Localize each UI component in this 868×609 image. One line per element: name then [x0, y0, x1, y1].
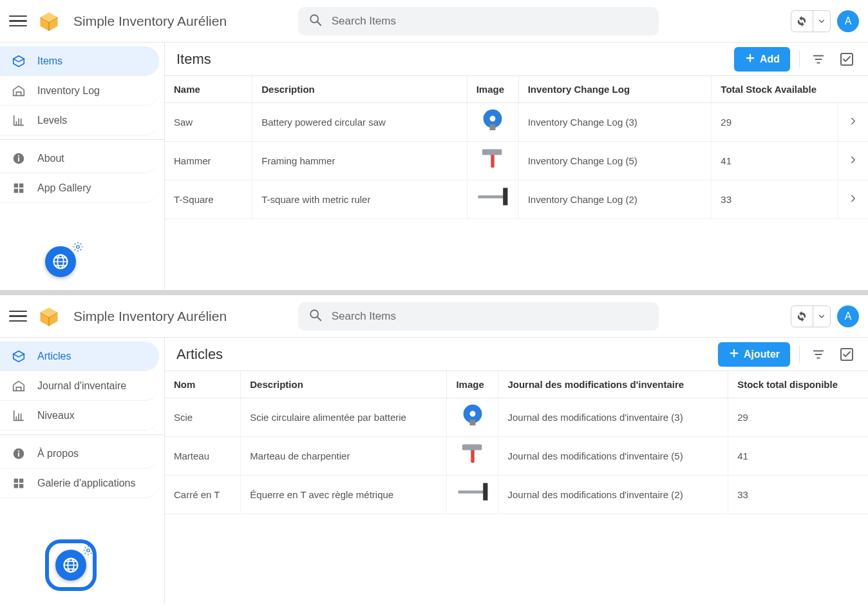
sidebar-item-label: App Gallery: [37, 182, 91, 194]
cell-name: Carré en T: [165, 476, 241, 514]
divider: [799, 50, 800, 68]
select-mode-button[interactable]: [837, 50, 856, 69]
row-chevron-icon[interactable]: [847, 195, 859, 206]
sidebar-item-warehouse[interactable]: Inventory Log: [0, 76, 159, 106]
chart-icon: [12, 409, 26, 423]
tool-image-saw: [453, 401, 492, 428]
col-changelog[interactable]: Journal des modifications d'inventaire: [498, 371, 728, 398]
cell-description: Scie circulaire alimentée par batterie: [241, 398, 447, 437]
table-row[interactable]: Hammer Framing hammer Inventory Change L…: [165, 142, 868, 180]
sync-button[interactable]: [791, 11, 813, 32]
menu-toggle[interactable]: [9, 307, 27, 325]
col-image[interactable]: Image: [467, 76, 518, 103]
tool-image-tsquare: [473, 183, 512, 210]
sync-button[interactable]: [791, 306, 813, 327]
sidebar-item-label: Galerie d'applications: [37, 478, 135, 489]
row-chevron-icon[interactable]: [847, 118, 859, 129]
sidebar-item-info[interactable]: À propos: [0, 439, 159, 469]
cell-description: Battery powered circular saw: [252, 103, 467, 142]
sidebar-item-label: Niveaux: [37, 410, 75, 421]
menu-toggle[interactable]: [9, 12, 27, 30]
sidebar-item-grid[interactable]: Galerie d'applications: [0, 469, 159, 498]
user-avatar[interactable]: A: [837, 305, 859, 327]
cell-description: Framing hammer: [252, 142, 467, 180]
boxes-icon: [12, 54, 26, 68]
cell-changelog[interactable]: Inventory Change Log (2): [518, 180, 712, 219]
table-row[interactable]: Scie Scie circulaire alimentée par batte…: [165, 398, 868, 437]
language-settings-button[interactable]: [45, 246, 76, 277]
cell-name: T-Square: [165, 180, 252, 219]
row-chevron-icon[interactable]: [847, 157, 859, 168]
warehouse-icon: [12, 84, 26, 98]
boxes-icon: [12, 349, 26, 363]
sidebar-item-label: About: [37, 153, 64, 164]
col-name[interactable]: Nom: [165, 371, 241, 398]
add-button[interactable]: Add: [734, 47, 790, 72]
sidebar-item-chart[interactable]: Levels: [0, 106, 159, 135]
sidebar-item-grid[interactable]: App Gallery: [0, 173, 159, 203]
col-name[interactable]: Name: [165, 76, 252, 103]
col-description[interactable]: Description: [241, 371, 447, 398]
add-button-label: Add: [760, 53, 780, 65]
sidebar-item-boxes[interactable]: Items: [0, 46, 159, 76]
sidebar-item-warehouse[interactable]: Journal d'inventaire: [0, 371, 159, 401]
items-table: Name Description Image Inventory Change …: [165, 76, 868, 219]
cell-stock: 29: [712, 103, 838, 142]
sync-button-group: [791, 305, 831, 327]
cell-changelog[interactable]: Inventory Change Log (3): [518, 103, 712, 142]
add-button[interactable]: Ajouter: [718, 342, 790, 367]
cell-changelog[interactable]: Journal des modifications d'inventaire (…: [498, 398, 728, 437]
page-title: Items: [176, 51, 211, 68]
filter-button[interactable]: [809, 50, 828, 69]
add-button-label: Ajouter: [744, 349, 780, 360]
cell-stock: 29: [728, 398, 868, 437]
cell-description: Équerre en T avec règle métrique: [241, 476, 447, 514]
sidebar-item-label: Articles: [37, 351, 71, 362]
cell-changelog[interactable]: Journal des modifications d'inventaire (…: [498, 437, 728, 476]
cell-name: Saw: [165, 103, 252, 142]
sidebar-item-label: Items: [37, 55, 62, 67]
filter-button[interactable]: [809, 345, 828, 364]
language-settings-button[interactable]: [55, 550, 86, 581]
divider: [799, 345, 800, 363]
search-icon: [308, 308, 323, 324]
cell-description: Marteau de charpentier: [241, 437, 447, 476]
items-table: Nom Description Image Journal des modifi…: [165, 371, 868, 514]
cell-image: [447, 398, 498, 437]
col-description[interactable]: Description: [252, 76, 467, 103]
sync-dropdown[interactable]: [813, 306, 830, 327]
info-icon: [12, 151, 26, 166]
gear-icon: [72, 241, 84, 255]
select-mode-button[interactable]: [837, 345, 856, 364]
cell-changelog[interactable]: Journal des modifications d'inventaire (…: [498, 476, 728, 514]
cell-changelog[interactable]: Inventory Change Log (5): [518, 142, 712, 180]
table-row[interactable]: Saw Battery powered circular saw Invento…: [165, 103, 868, 142]
search-input[interactable]: [332, 310, 648, 323]
tool-image-tsquare: [453, 478, 492, 505]
col-stock[interactable]: Stock total disponible: [728, 371, 868, 398]
table-row[interactable]: T-Square T-square with metric ruler Inve…: [165, 180, 868, 219]
warehouse-icon: [12, 379, 26, 393]
sidebar-item-chart[interactable]: Niveaux: [0, 401, 159, 430]
user-avatar[interactable]: A: [837, 10, 859, 32]
table-row[interactable]: Carré en T Équerre en T avec règle métri…: [165, 476, 868, 514]
sidebar-item-info[interactable]: About: [0, 144, 159, 173]
search-container[interactable]: [298, 7, 659, 35]
gear-icon: [82, 545, 94, 558]
grid-icon: [12, 181, 26, 195]
sync-dropdown[interactable]: [813, 11, 830, 32]
col-changelog[interactable]: Inventory Change Log: [518, 76, 712, 103]
search-input[interactable]: [332, 15, 648, 28]
table-row[interactable]: Marteau Marteau de charpentier Journal d…: [165, 437, 868, 476]
sidebar-item-boxes[interactable]: Articles: [0, 342, 159, 371]
cell-image: [467, 142, 518, 180]
app-title: Simple Inventory Aurélien: [73, 309, 227, 324]
sidebar-item-label: Levels: [37, 115, 67, 126]
tool-image-saw: [473, 106, 512, 133]
search-container[interactable]: [298, 302, 659, 331]
col-image[interactable]: Image: [447, 371, 498, 398]
col-stock[interactable]: Total Stock Available: [712, 76, 868, 103]
app-title: Simple Inventory Aurélien: [73, 14, 227, 29]
sync-button-group: [791, 10, 831, 32]
cell-stock: 33: [728, 476, 868, 514]
